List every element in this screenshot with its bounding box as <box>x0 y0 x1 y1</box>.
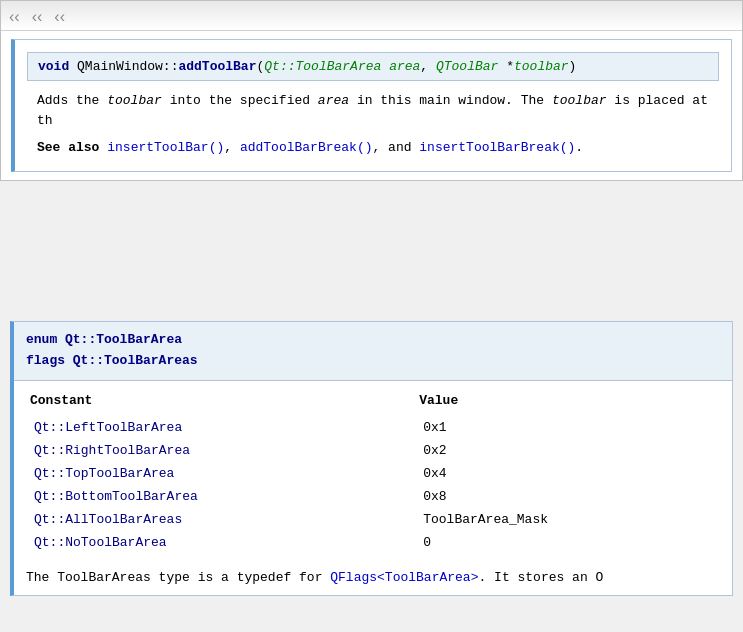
param-space <box>381 59 389 74</box>
desc-code3: toolbar <box>552 93 607 108</box>
comma1: , <box>224 140 240 155</box>
col-value: Value <box>415 389 720 416</box>
keyword-void: void <box>38 59 69 74</box>
period: . <box>575 140 583 155</box>
constant-cell: Qt::RightToolBarArea <box>26 439 415 462</box>
function-signature: void QMainWindow::addToolBar(Qt::ToolBar… <box>27 52 719 81</box>
enum-line1: enum Qt::ToolBarArea <box>26 330 720 351</box>
value-cell: 0x2 <box>415 439 720 462</box>
enum-table-container: Constant Value Qt::LeftToolBarArea0x1Qt:… <box>14 381 732 562</box>
enum-table: Constant Value Qt::LeftToolBarArea0x1Qt:… <box>26 389 720 554</box>
value-cell: 0 <box>415 531 720 554</box>
class-name: QMainWindow:: <box>77 59 178 74</box>
footer-plain1: The ToolBarAreas type is a typedef for <box>26 570 330 585</box>
table-row: Qt::RightToolBarArea0x2 <box>26 439 720 462</box>
spacer <box>0 181 743 311</box>
description-text: Adds the toolbar into the specified area… <box>27 85 719 136</box>
scroll-indicator: ‹‹ ‹‹ ‹‹ <box>9 8 65 26</box>
footer-link[interactable]: QFlags<ToolBarArea> <box>330 570 478 585</box>
link-insert-toolbar[interactable]: insertToolBar() <box>107 140 224 155</box>
footer-plain2: . It stores an O <box>478 570 603 585</box>
desc-code2: area <box>318 93 349 108</box>
constant-cell: Qt::TopToolBarArea <box>26 462 415 485</box>
scroll-fade: ‹‹ ‹‹ ‹‹ <box>1 1 742 31</box>
scroll-arrow-left: ‹‹ <box>9 8 20 26</box>
param-name-2: toolbar <box>514 59 569 74</box>
comma2: , and <box>373 140 420 155</box>
scroll-arrow-right: ‹‹ <box>54 8 65 26</box>
flags-line1: flags Qt::ToolBarAreas <box>26 351 720 372</box>
table-row: Qt::AllToolBarAreasToolBarArea_Mask <box>26 508 720 531</box>
desc-mid1: into the specified <box>162 93 318 108</box>
constant-cell: Qt::AllToolBarAreas <box>26 508 415 531</box>
table-row: Qt::LeftToolBarArea0x1 <box>26 416 720 439</box>
constant-cell: Qt::BottomToolBarArea <box>26 485 415 508</box>
param-paren-close: ) <box>569 59 577 74</box>
page-container: ‹‹ ‹‹ ‹‹ void QMainWindow::addToolBar(Qt… <box>0 0 743 596</box>
table-header-row: Constant Value <box>26 389 720 416</box>
link-insert-toolbar-break[interactable]: insertToolBarBreak() <box>419 140 575 155</box>
value-cell: ToolBarArea_Mask <box>415 508 720 531</box>
param-type-1: Qt::ToolBarArea <box>264 59 381 74</box>
enum-section: enum Qt::ToolBarArea flags Qt::ToolBarAr… <box>10 321 733 596</box>
param-comma: , <box>420 59 436 74</box>
see-also-label: See also <box>37 140 99 155</box>
param-name-1: area <box>389 59 420 74</box>
constant-cell: Qt::NoToolBarArea <box>26 531 415 554</box>
func-name: addToolBar <box>178 59 256 74</box>
value-cell: 0x8 <box>415 485 720 508</box>
param-star: * <box>498 59 514 74</box>
see-also: See also insertToolBar(), addToolBarBrea… <box>27 136 719 163</box>
value-cell: 0x1 <box>415 416 720 439</box>
scroll-arrow-mid: ‹‹ <box>32 8 43 26</box>
desc-code1: toolbar <box>107 93 162 108</box>
value-cell: 0x4 <box>415 462 720 485</box>
link-add-toolbar-break[interactable]: addToolBarBreak() <box>240 140 373 155</box>
constant-cell: Qt::LeftToolBarArea <box>26 416 415 439</box>
top-content-section: ‹‹ ‹‹ ‹‹ void QMainWindow::addToolBar(Qt… <box>0 0 743 181</box>
param-type-2: QToolBar <box>436 59 498 74</box>
col-constant: Constant <box>26 389 415 416</box>
enum-header: enum Qt::ToolBarArea flags Qt::ToolBarAr… <box>14 322 732 381</box>
desc-prefix: Adds the <box>37 93 107 108</box>
function-box: void QMainWindow::addToolBar(Qt::ToolBar… <box>11 39 732 172</box>
table-row: Qt::NoToolBarArea0 <box>26 531 720 554</box>
table-row: Qt::BottomToolBarArea0x8 <box>26 485 720 508</box>
enum-footer: The ToolBarAreas type is a typedef for Q… <box>14 562 732 595</box>
desc-mid2: in this main window. The <box>349 93 552 108</box>
table-row: Qt::TopToolBarArea0x4 <box>26 462 720 485</box>
